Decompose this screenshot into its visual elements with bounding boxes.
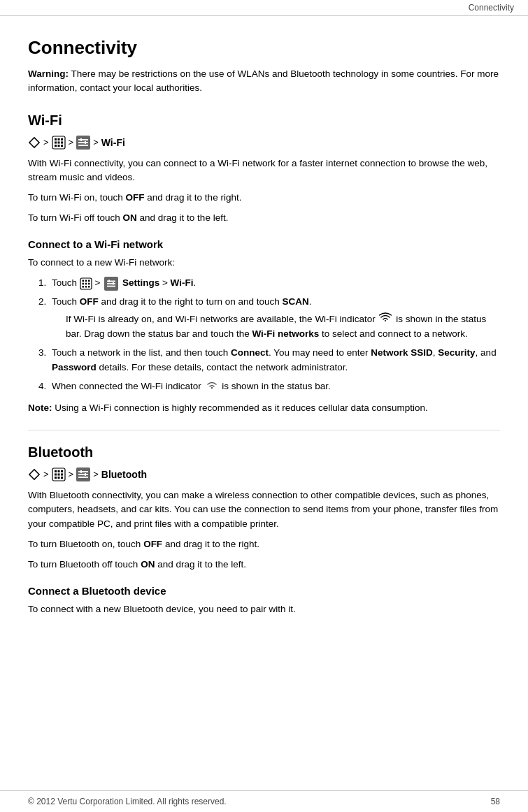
- home-diamond-icon-bt: [28, 468, 41, 481]
- wifi-step-3: Touch a network in the list, and then to…: [49, 346, 500, 375]
- wifi-step-2: Touch OFF and drag it to the right to tu…: [49, 295, 500, 342]
- svg-rect-25: [88, 286, 90, 288]
- svg-rect-10: [61, 145, 63, 147]
- svg-rect-34: [57, 470, 59, 472]
- wifi-nav-path: > > >: [28, 136, 500, 150]
- svg-rect-18: [85, 280, 87, 282]
- svg-rect-13: [78, 145, 88, 146]
- svg-rect-35: [61, 470, 63, 472]
- svg-rect-29: [108, 280, 110, 282]
- svg-rect-11: [78, 139, 88, 140]
- bluetooth-body1: With Bluetooth connectivity, you can mak…: [28, 488, 500, 532]
- wifi-body1: With Wi-Fi connectivity, you can connect…: [28, 157, 500, 186]
- svg-rect-3: [57, 138, 59, 140]
- warning-text: There may be restrictions on the use of …: [28, 68, 499, 93]
- svg-rect-0: [29, 137, 39, 147]
- apps-grid-icon: [52, 136, 66, 150]
- svg-rect-9: [57, 145, 59, 147]
- wifi-step-1: Touch >: [49, 276, 500, 291]
- svg-rect-41: [61, 477, 63, 479]
- wifi-step-2-sub: If Wi-Fi is already on, and Wi-Fi networ…: [52, 312, 500, 342]
- apps-grid-icon-step1: [80, 277, 92, 290]
- svg-rect-12: [78, 142, 88, 143]
- svg-rect-36: [55, 473, 57, 475]
- svg-rect-38: [61, 473, 63, 475]
- header-title: Connectivity: [469, 3, 514, 13]
- svg-rect-27: [107, 283, 115, 284]
- footer: © 2012 Vertu Corporation Limited. All ri…: [0, 790, 528, 812]
- warning-label: Warning:: [28, 68, 69, 79]
- svg-rect-2: [55, 138, 57, 140]
- home-diamond-icon: [28, 136, 41, 149]
- svg-rect-4: [61, 138, 63, 140]
- wifi-step-4: When connected the Wi-Fi indicator is sh…: [49, 379, 500, 394]
- svg-rect-8: [55, 145, 57, 147]
- svg-rect-20: [82, 282, 84, 284]
- svg-rect-23: [82, 286, 84, 288]
- footer-copyright: © 2012 Vertu Corporation Limited. All ri…: [28, 797, 227, 806]
- bluetooth-body3: To turn Bluetooth off touch ON and drag …: [28, 558, 500, 572]
- svg-rect-21: [85, 282, 87, 284]
- wifi-steps-list: Touch >: [49, 276, 500, 394]
- wifi-connected-icon-inline: [206, 379, 218, 394]
- svg-rect-40: [57, 477, 59, 479]
- wifi-subsection-title: Connect to a Wi-Fi network: [28, 238, 500, 250]
- bluetooth-nav-label: Bluetooth: [101, 469, 147, 480]
- settings-icon-step1: [104, 277, 118, 291]
- svg-rect-5: [55, 141, 57, 143]
- bluetooth-nav-path: > > >: [28, 467, 500, 481]
- svg-rect-44: [78, 477, 88, 478]
- svg-rect-30: [113, 282, 114, 285]
- bluetooth-subsection-title: Connect a Bluetooth device: [28, 585, 500, 597]
- svg-rect-15: [85, 141, 86, 144]
- svg-rect-19: [88, 280, 90, 282]
- svg-rect-45: [80, 470, 82, 473]
- settings-icon: [76, 136, 90, 150]
- svg-rect-14: [80, 138, 82, 141]
- svg-rect-37: [57, 473, 59, 475]
- svg-rect-46: [85, 473, 86, 476]
- wifi-signal-icon-inline: [379, 312, 392, 327]
- svg-rect-42: [78, 471, 88, 472]
- wifi-note: Note: Using a Wi-Fi connection is highly…: [28, 401, 500, 416]
- svg-rect-7: [61, 141, 63, 143]
- svg-rect-43: [78, 474, 88, 475]
- apps-grid-icon-bt: [52, 467, 66, 481]
- footer-page-number: 58: [491, 797, 500, 806]
- wifi-nav-label: Wi-Fi: [101, 137, 125, 148]
- wifi-section-title: Wi-Fi: [28, 113, 500, 129]
- svg-rect-6: [57, 141, 59, 143]
- bluetooth-section-title: Bluetooth: [28, 444, 500, 461]
- svg-rect-26: [107, 280, 115, 282]
- section-divider: [28, 430, 500, 430]
- svg-rect-31: [29, 469, 39, 479]
- svg-rect-24: [85, 286, 87, 288]
- bluetooth-body2: To turn Bluetooth on, touch OFF and drag…: [28, 537, 500, 552]
- svg-rect-22: [88, 282, 90, 284]
- page-title: Connectivity: [28, 37, 500, 59]
- svg-rect-39: [55, 477, 57, 479]
- svg-rect-17: [82, 280, 84, 282]
- svg-rect-33: [55, 470, 57, 472]
- wifi-body3: To turn Wi-Fi off touch ON and drag it t…: [28, 211, 500, 226]
- wifi-subsection-intro: To connect to a new Wi-Fi network:: [28, 256, 500, 270]
- wifi-body2: To turn Wi-Fi on, touch OFF and drag it …: [28, 191, 500, 205]
- settings-icon-bt: [76, 467, 90, 481]
- bluetooth-subsection-intro: To connect with a new Bluetooth device, …: [28, 602, 500, 617]
- svg-rect-28: [107, 285, 115, 287]
- warning-block: Warning: There may be restrictions on th…: [28, 67, 500, 96]
